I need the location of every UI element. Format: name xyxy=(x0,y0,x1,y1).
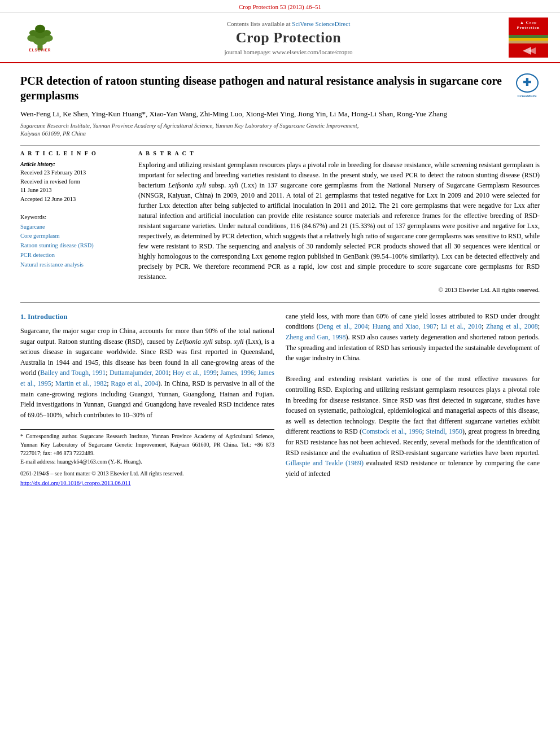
sciverse-link: Contents lists available at SciVerse Sci… xyxy=(227,20,350,27)
received-date: Received 23 February 2013 xyxy=(20,168,125,177)
body-columns: 1. Introduction Sugarcane, the major sug… xyxy=(20,311,540,488)
affiliation-line2: Kaiyuan 661699, PR China xyxy=(20,130,86,137)
abstract-col: A B S T R A C T Exploring and utilizing … xyxy=(138,150,540,293)
body-col-right-text2: Breeding and extending resistant varieti… xyxy=(286,374,540,479)
body-col-left: 1. Introduction Sugarcane, the major sug… xyxy=(20,311,274,488)
keyword-2[interactable]: Core germplasm xyxy=(20,231,125,241)
ref-comstock[interactable]: Comstock et al., 1996 xyxy=(362,427,422,435)
ref-duttamajumder[interactable]: Duttamajumder, 2001 xyxy=(110,369,169,377)
keyword-5[interactable]: Natural resistance analysis xyxy=(20,260,125,270)
ref-hoy[interactable]: Hoy et al., 1999 xyxy=(173,369,217,377)
ref-zhang2008[interactable]: Zhang et al., 2008 xyxy=(486,322,538,330)
revised-label: Received in revised form xyxy=(20,177,125,186)
ref-martin[interactable]: Martin et al., 1982 xyxy=(55,379,107,387)
title-text: PCR detection of ratoon stunting disease… xyxy=(20,75,502,102)
crossmark-label: CrossMark xyxy=(517,94,536,99)
svg-text:ELSEVIER: ELSEVIER xyxy=(29,48,51,52)
footnote-text: * Corresponding author. Sugarcane Resear… xyxy=(20,432,274,457)
abstract-body: Exploring and utilizing resistant germpl… xyxy=(138,160,540,282)
article-info-abstract-section: A R T I C L E I N F O Article history: R… xyxy=(20,150,540,293)
journal-title-area: Contents lists available at SciVerse Sci… xyxy=(71,18,506,58)
affiliation: Sugarcane Research Institute, Yunnan Pro… xyxy=(20,122,540,138)
journal-homepage: journal homepage: www.elsevier.com/locat… xyxy=(224,49,352,55)
body-divider xyxy=(20,302,540,303)
abstract-heading: A B S T R A C T xyxy=(138,150,540,156)
email-link[interactable]: huangyk64@163.com xyxy=(57,458,107,465)
article-info-col: A R T I C L E I N F O Article history: R… xyxy=(20,150,125,293)
footnote-email: E-mail address: huangyk64@163.com (Y.-K.… xyxy=(20,457,274,466)
ref-zheng-gan[interactable]: Zheng and Gan, 1998 xyxy=(286,333,345,341)
crossmark-icon: ✚ xyxy=(516,73,539,93)
issn-line: 0261-2194/$ – see front matter © 2013 El… xyxy=(20,469,274,478)
ref-gillaspie[interactable]: Gillaspie and Teakle (1989) xyxy=(286,459,364,467)
section1-title: 1. Introduction xyxy=(20,311,274,322)
copyright-line: © 2013 Elsevier Ltd. All rights reserved… xyxy=(138,286,540,293)
ref-bailey-tough[interactable]: Bailey and Tough, 1991 xyxy=(40,369,106,377)
badge-arrow-icon xyxy=(520,46,537,56)
journal-badge-area: ▲ Crop Protection xyxy=(506,18,551,58)
body-col-right-text1: cane yield loss, with more than 60% of c… xyxy=(286,311,540,364)
ref-li2010[interactable]: Li et al., 2010 xyxy=(441,322,482,330)
journal-citation-bar: Crop Protection 53 (2013) 46–51 xyxy=(0,0,560,13)
keywords-label: Keywords: xyxy=(20,213,125,222)
journal-header: ELSEVIER Contents lists available at Sci… xyxy=(0,13,560,63)
authors-line: Wen-Feng Li, Ke Shen, Ying-Kun Huang*, X… xyxy=(20,108,540,120)
section-divider xyxy=(20,145,540,146)
elsevier-logo-area: ELSEVIER xyxy=(9,18,71,58)
article-info-heading: A R T I C L E I N F O xyxy=(20,150,125,156)
elsevier-tree-icon: ELSEVIER xyxy=(20,24,60,52)
ref-huang-xiao[interactable]: Huang and Xiao, 1987 xyxy=(373,322,436,330)
article-title: PCR detection of ratoon stunting disease… xyxy=(20,73,540,103)
keyword-4[interactable]: PCR detection xyxy=(20,251,125,260)
keywords-block: Keywords: Sugarcane Core germplasm Ratoo… xyxy=(20,213,125,270)
body-col-right: cane yield loss, with more than 60% of c… xyxy=(286,311,540,488)
article-history: Article history: Received 23 February 20… xyxy=(20,160,125,204)
ref-james1996[interactable]: James, 1996 xyxy=(220,369,254,377)
elsevier-logo: ELSEVIER xyxy=(9,24,71,52)
ref-rago[interactable]: Rago et al., 2004 xyxy=(111,379,158,387)
footnote-area: * Corresponding author. Sugarcane Resear… xyxy=(20,429,274,488)
badge-stripes xyxy=(509,32,548,43)
crop-protection-badge: ▲ Crop Protection xyxy=(509,18,548,32)
doi-line: http://dx.doi.org/10.1016/j.cropro.2013.… xyxy=(20,479,274,488)
history-label: Article history: xyxy=(20,160,125,168)
svg-point-7 xyxy=(35,24,45,33)
keyword-3[interactable]: Ratoon stunting disease (RSD) xyxy=(20,241,125,251)
homepage-link[interactable]: www.elsevier.com/locate/cropro xyxy=(272,49,352,55)
journal-citation-text: Crop Protection 53 (2013) 46–51 xyxy=(239,3,321,10)
body-col-left-text: Sugarcane, the major sugar crop in China… xyxy=(20,326,274,420)
ref-steindl[interactable]: Steindl, 1950 xyxy=(426,427,462,435)
journal-title: Crop Protection xyxy=(236,29,341,46)
crossmark-badge: ✚ CrossMark xyxy=(514,73,540,99)
badge-icon xyxy=(509,43,548,58)
keyword-1[interactable]: Sugarcane xyxy=(20,222,125,232)
doi-link[interactable]: http://dx.doi.org/10.1016/j.cropro.2013.… xyxy=(20,480,131,486)
article-wrapper: PCR detection of ratoon stunting disease… xyxy=(0,63,560,498)
ref-deng[interactable]: Deng et al., 2004 xyxy=(319,322,368,330)
accepted-date: Accepted 12 June 2013 xyxy=(20,195,125,204)
affiliation-line1: Sugarcane Research Institute, Yunnan Pro… xyxy=(20,123,358,129)
revised-date: 11 June 2013 xyxy=(20,186,125,195)
sciverse-anchor[interactable]: SciVerse ScienceDirect xyxy=(292,20,350,27)
